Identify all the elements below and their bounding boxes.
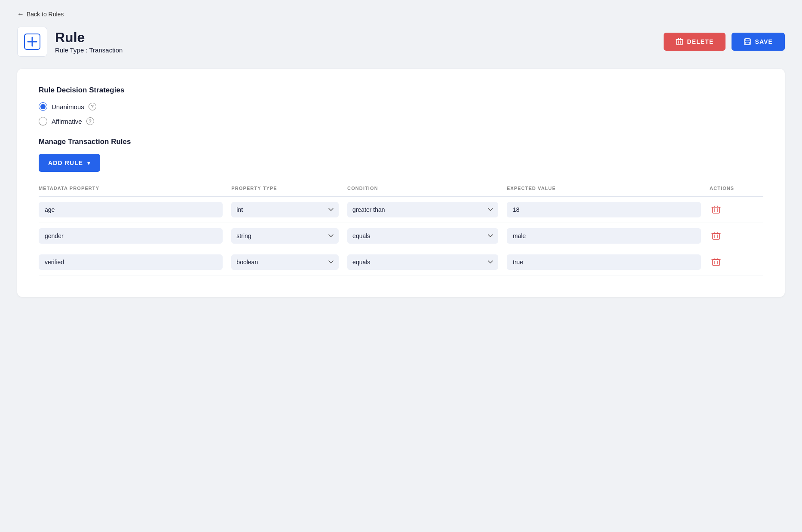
rule-type-value: Transaction: [89, 46, 123, 54]
page-title: Rule: [55, 30, 122, 46]
row-delete-button[interactable]: [710, 229, 722, 242]
col-header-expected: EXPECTED VALUE: [502, 186, 705, 196]
expected-value-input[interactable]: [507, 254, 701, 270]
radio-group: Unanimous ? Affirmative ?: [39, 102, 763, 125]
svg-rect-11: [745, 42, 750, 44]
add-rule-label: ADD RULE: [48, 159, 83, 166]
row-delete-button[interactable]: [710, 203, 722, 216]
radio-unanimous-input[interactable]: [39, 102, 47, 111]
header-actions: DELETE SAVE: [664, 33, 785, 51]
property-type-select[interactable]: intstringbooleanfloat: [231, 254, 339, 270]
table-row: intstringbooleanfloatequalsgreater thanl…: [39, 249, 763, 275]
col-header-metadata: METADATA PROPERTY: [39, 186, 227, 196]
property-type-select[interactable]: intstringbooleanfloat: [231, 202, 339, 217]
row-delete-icon: [711, 257, 721, 267]
col-header-condition: CONDITION: [343, 186, 502, 196]
decision-strategies-section: Rule Decision Strategies Unanimous ? Aff…: [39, 86, 763, 125]
expected-value-input[interactable]: [507, 228, 701, 244]
back-link-text: Back to Rules: [27, 11, 64, 18]
radio-affirmative[interactable]: Affirmative ?: [39, 117, 763, 125]
radio-unanimous[interactable]: Unanimous ?: [39, 102, 763, 111]
svg-rect-3: [676, 40, 683, 45]
svg-line-17: [717, 206, 718, 207]
svg-line-23: [717, 232, 718, 233]
col-header-type: PROPERTY TYPE: [227, 186, 343, 196]
main-card: Rule Decision Strategies Unanimous ? Aff…: [17, 69, 785, 297]
rule-type-line: Rule Type : Transaction: [55, 46, 122, 54]
condition-select[interactable]: equalsgreater thanless thannot equals: [347, 228, 498, 244]
row-delete-button[interactable]: [710, 256, 722, 269]
manage-rules-title: Manage Transaction Rules: [39, 138, 763, 146]
svg-line-16: [715, 206, 715, 207]
manage-rules-section: Manage Transaction Rules ADD RULE ▾ META…: [39, 138, 763, 275]
svg-line-28: [715, 258, 715, 260]
svg-line-7: [678, 38, 679, 40]
save-button-label: SAVE: [755, 38, 773, 45]
col-header-actions: ACTIONS: [705, 186, 763, 196]
radio-affirmative-label: Affirmative: [52, 118, 82, 125]
unanimous-help-icon[interactable]: ?: [89, 103, 96, 110]
rule-title-group: Rule Rule Type : Transaction: [55, 30, 122, 54]
delete-icon: [676, 38, 683, 46]
metadata-property-input[interactable]: [39, 228, 223, 244]
svg-rect-18: [713, 233, 719, 239]
svg-rect-12: [713, 207, 719, 213]
svg-line-22: [715, 232, 715, 233]
table-row: intstringbooleanfloatequalsgreater thanl…: [39, 196, 763, 223]
condition-select[interactable]: equalsgreater thanless thannot equals: [347, 254, 498, 270]
row-delete-icon: [711, 205, 721, 214]
condition-select[interactable]: equalsgreater thanless thannot equals: [347, 202, 498, 217]
radio-unanimous-label: Unanimous: [52, 103, 84, 110]
header-left: Rule Rule Type : Transaction: [17, 27, 122, 57]
back-link[interactable]: ← Back to Rules: [17, 10, 785, 18]
table-row: intstringbooleanfloatequalsgreater thanl…: [39, 223, 763, 249]
delete-button[interactable]: DELETE: [664, 33, 725, 51]
save-icon: [744, 38, 751, 46]
table-body: intstringbooleanfloatequalsgreater thanl…: [39, 196, 763, 275]
chevron-down-icon: ▾: [87, 160, 91, 166]
metadata-property-input[interactable]: [39, 254, 223, 270]
save-button[interactable]: SAVE: [732, 33, 785, 51]
delete-button-label: DELETE: [687, 38, 713, 45]
property-type-select[interactable]: intstringbooleanfloat: [231, 228, 339, 244]
metadata-property-input[interactable]: [39, 202, 223, 217]
row-delete-icon: [711, 231, 721, 241]
affirmative-help-icon[interactable]: ?: [86, 117, 94, 125]
plus-icon: [24, 34, 40, 50]
add-rule-button[interactable]: ADD RULE ▾: [39, 154, 100, 172]
expected-value-input[interactable]: [507, 202, 701, 217]
rules-table: METADATA PROPERTY PROPERTY TYPE CONDITIO…: [39, 186, 763, 275]
radio-affirmative-input[interactable]: [39, 117, 47, 125]
svg-line-29: [717, 258, 718, 260]
rule-icon-box: [17, 27, 47, 57]
svg-rect-24: [713, 260, 719, 266]
back-arrow-icon: ←: [17, 10, 24, 18]
decision-strategies-title: Rule Decision Strategies: [39, 86, 763, 95]
rule-type-label: Rule Type :: [55, 46, 89, 54]
svg-line-8: [680, 38, 681, 40]
table-header: METADATA PROPERTY PROPERTY TYPE CONDITIO…: [39, 186, 763, 196]
page-header: Rule Rule Type : Transaction DELETE: [17, 27, 785, 57]
